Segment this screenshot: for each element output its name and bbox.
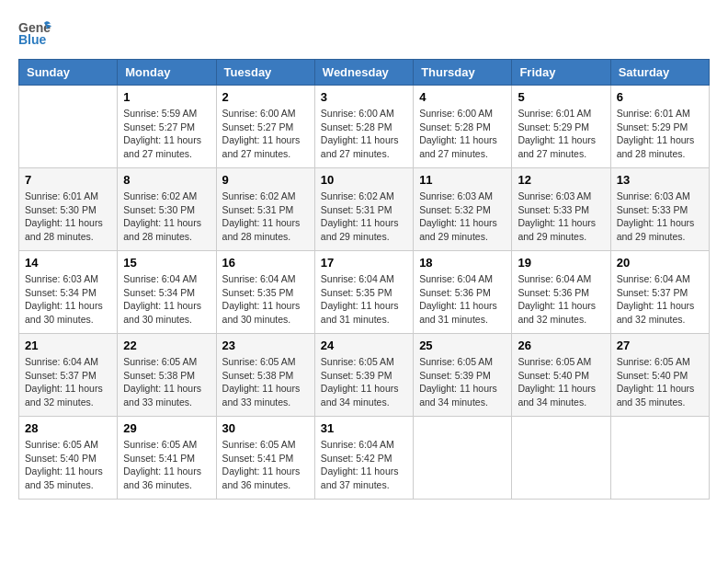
day-info: Sunrise: 6:05 AM Sunset: 5:39 PM Dayligh… bbox=[419, 355, 506, 409]
day-number: 7 bbox=[25, 173, 111, 187]
calendar-week-row: 1Sunrise: 5:59 AM Sunset: 5:27 PM Daylig… bbox=[19, 86, 710, 168]
day-info: Sunrise: 6:05 AM Sunset: 5:38 PM Dayligh… bbox=[222, 355, 309, 409]
calendar-cell: 30Sunrise: 6:05 AM Sunset: 5:41 PM Dayli… bbox=[216, 417, 314, 500]
calendar-cell: 2Sunrise: 6:00 AM Sunset: 5:27 PM Daylig… bbox=[216, 86, 314, 168]
day-info: Sunrise: 6:05 AM Sunset: 5:41 PM Dayligh… bbox=[222, 438, 309, 492]
day-info: Sunrise: 6:05 AM Sunset: 5:40 PM Dayligh… bbox=[25, 438, 111, 492]
page-header: General Blue bbox=[18, 18, 710, 50]
day-number: 22 bbox=[123, 339, 210, 352]
calendar-cell: 7Sunrise: 6:01 AM Sunset: 5:30 PM Daylig… bbox=[19, 168, 118, 251]
day-number: 10 bbox=[321, 173, 407, 187]
day-of-week-header: Saturday bbox=[610, 60, 709, 86]
day-info: Sunrise: 6:04 AM Sunset: 5:42 PM Dayligh… bbox=[321, 438, 407, 492]
day-of-week-header: Thursday bbox=[414, 60, 512, 86]
day-info: Sunrise: 6:04 AM Sunset: 5:37 PM Dayligh… bbox=[25, 355, 111, 409]
calendar-cell: 11Sunrise: 6:03 AM Sunset: 5:32 PM Dayli… bbox=[414, 168, 512, 251]
calendar-week-row: 28Sunrise: 6:05 AM Sunset: 5:40 PM Dayli… bbox=[19, 417, 710, 500]
day-number: 5 bbox=[518, 90, 604, 104]
calendar-cell: 26Sunrise: 6:05 AM Sunset: 5:40 PM Dayli… bbox=[512, 334, 610, 417]
calendar-cell: 31Sunrise: 6:04 AM Sunset: 5:42 PM Dayli… bbox=[314, 417, 413, 500]
day-number: 6 bbox=[617, 90, 703, 104]
calendar-cell bbox=[19, 86, 118, 168]
day-info: Sunrise: 6:00 AM Sunset: 5:28 PM Dayligh… bbox=[419, 107, 506, 161]
day-info: Sunrise: 6:02 AM Sunset: 5:31 PM Dayligh… bbox=[321, 190, 407, 244]
calendar-cell: 9Sunrise: 6:02 AM Sunset: 5:31 PM Daylig… bbox=[216, 168, 314, 251]
days-of-week-header: SundayMondayTuesdayWednesdayThursdayFrid… bbox=[19, 60, 710, 86]
day-info: Sunrise: 6:04 AM Sunset: 5:34 PM Dayligh… bbox=[123, 272, 210, 327]
calendar-cell: 13Sunrise: 6:03 AM Sunset: 5:33 PM Dayli… bbox=[610, 168, 709, 251]
calendar-cell bbox=[414, 417, 512, 500]
calendar-cell: 19Sunrise: 6:04 AM Sunset: 5:36 PM Dayli… bbox=[512, 251, 610, 334]
day-info: Sunrise: 6:05 AM Sunset: 5:38 PM Dayligh… bbox=[123, 355, 210, 409]
day-of-week-header: Sunday bbox=[19, 60, 118, 86]
day-of-week-header: Monday bbox=[118, 60, 216, 86]
day-number: 8 bbox=[123, 173, 210, 187]
day-info: Sunrise: 6:03 AM Sunset: 5:33 PM Dayligh… bbox=[518, 190, 604, 244]
day-number: 25 bbox=[419, 339, 506, 352]
day-info: Sunrise: 6:05 AM Sunset: 5:40 PM Dayligh… bbox=[518, 355, 604, 409]
calendar-cell: 15Sunrise: 6:04 AM Sunset: 5:34 PM Dayli… bbox=[118, 251, 216, 334]
calendar-cell: 24Sunrise: 6:05 AM Sunset: 5:39 PM Dayli… bbox=[314, 334, 413, 417]
day-number: 18 bbox=[419, 256, 506, 270]
calendar-cell: 27Sunrise: 6:05 AM Sunset: 5:40 PM Dayli… bbox=[610, 334, 709, 417]
day-number: 17 bbox=[321, 256, 407, 270]
day-number: 11 bbox=[419, 173, 506, 187]
day-number: 1 bbox=[123, 90, 210, 104]
calendar-cell: 25Sunrise: 6:05 AM Sunset: 5:39 PM Dayli… bbox=[414, 334, 512, 417]
day-info: Sunrise: 6:00 AM Sunset: 5:28 PM Dayligh… bbox=[321, 107, 407, 161]
calendar-cell: 17Sunrise: 6:04 AM Sunset: 5:35 PM Dayli… bbox=[314, 251, 413, 334]
day-of-week-header: Friday bbox=[512, 60, 610, 86]
day-number: 26 bbox=[518, 339, 604, 352]
calendar-cell: 1Sunrise: 5:59 AM Sunset: 5:27 PM Daylig… bbox=[118, 86, 216, 168]
calendar-cell: 16Sunrise: 6:04 AM Sunset: 5:35 PM Dayli… bbox=[216, 251, 314, 334]
day-info: Sunrise: 6:02 AM Sunset: 5:31 PM Dayligh… bbox=[222, 190, 309, 244]
day-info: Sunrise: 6:03 AM Sunset: 5:32 PM Dayligh… bbox=[419, 190, 506, 244]
calendar-cell bbox=[512, 417, 610, 500]
calendar-cell: 21Sunrise: 6:04 AM Sunset: 5:37 PM Dayli… bbox=[19, 334, 118, 417]
day-number: 30 bbox=[222, 421, 309, 435]
day-info: Sunrise: 6:01 AM Sunset: 5:30 PM Dayligh… bbox=[25, 190, 111, 244]
day-info: Sunrise: 6:02 AM Sunset: 5:30 PM Dayligh… bbox=[123, 190, 210, 244]
day-info: Sunrise: 6:04 AM Sunset: 5:36 PM Dayligh… bbox=[518, 272, 604, 327]
calendar-cell: 6Sunrise: 6:01 AM Sunset: 5:29 PM Daylig… bbox=[610, 86, 709, 168]
day-number: 31 bbox=[321, 421, 407, 435]
svg-text:Blue: Blue bbox=[18, 32, 47, 46]
day-info: Sunrise: 6:05 AM Sunset: 5:39 PM Dayligh… bbox=[321, 355, 407, 409]
day-info: Sunrise: 6:00 AM Sunset: 5:27 PM Dayligh… bbox=[222, 107, 309, 161]
day-info: Sunrise: 6:01 AM Sunset: 5:29 PM Dayligh… bbox=[617, 107, 703, 161]
day-info: Sunrise: 6:03 AM Sunset: 5:34 PM Dayligh… bbox=[25, 272, 111, 327]
logo: General Blue bbox=[18, 18, 51, 50]
day-number: 9 bbox=[222, 173, 309, 187]
day-of-week-header: Wednesday bbox=[314, 60, 413, 86]
day-number: 12 bbox=[518, 173, 604, 187]
day-number: 19 bbox=[518, 256, 604, 270]
day-number: 4 bbox=[419, 90, 506, 104]
calendar-cell: 20Sunrise: 6:04 AM Sunset: 5:37 PM Dayli… bbox=[610, 251, 709, 334]
day-info: Sunrise: 6:04 AM Sunset: 5:37 PM Dayligh… bbox=[617, 272, 703, 327]
calendar-cell: 12Sunrise: 6:03 AM Sunset: 5:33 PM Dayli… bbox=[512, 168, 610, 251]
day-number: 15 bbox=[123, 256, 210, 270]
day-info: Sunrise: 6:04 AM Sunset: 5:35 PM Dayligh… bbox=[222, 272, 309, 327]
calendar-cell: 4Sunrise: 6:00 AM Sunset: 5:28 PM Daylig… bbox=[414, 86, 512, 168]
day-info: Sunrise: 6:05 AM Sunset: 5:41 PM Dayligh… bbox=[123, 438, 210, 492]
day-number: 23 bbox=[222, 339, 309, 352]
day-of-week-header: Tuesday bbox=[216, 60, 314, 86]
calendar-cell: 3Sunrise: 6:00 AM Sunset: 5:28 PM Daylig… bbox=[314, 86, 413, 168]
day-info: Sunrise: 6:04 AM Sunset: 5:35 PM Dayligh… bbox=[321, 272, 407, 327]
calendar-week-row: 14Sunrise: 6:03 AM Sunset: 5:34 PM Dayli… bbox=[19, 251, 710, 334]
calendar-cell bbox=[610, 417, 709, 500]
day-info: Sunrise: 6:03 AM Sunset: 5:33 PM Dayligh… bbox=[617, 190, 703, 244]
day-number: 2 bbox=[222, 90, 309, 104]
day-number: 27 bbox=[617, 339, 703, 352]
calendar-week-row: 21Sunrise: 6:04 AM Sunset: 5:37 PM Dayli… bbox=[19, 334, 710, 417]
calendar-cell: 29Sunrise: 6:05 AM Sunset: 5:41 PM Dayli… bbox=[118, 417, 216, 500]
day-number: 14 bbox=[25, 256, 111, 270]
day-number: 16 bbox=[222, 256, 309, 270]
calendar-cell: 10Sunrise: 6:02 AM Sunset: 5:31 PM Dayli… bbox=[314, 168, 413, 251]
day-info: Sunrise: 6:01 AM Sunset: 5:29 PM Dayligh… bbox=[518, 107, 604, 161]
day-number: 28 bbox=[25, 421, 111, 435]
calendar-table: SundayMondayTuesdayWednesdayThursdayFrid… bbox=[18, 59, 710, 500]
calendar-cell: 28Sunrise: 6:05 AM Sunset: 5:40 PM Dayli… bbox=[19, 417, 118, 500]
calendar-cell: 14Sunrise: 6:03 AM Sunset: 5:34 PM Dayli… bbox=[19, 251, 118, 334]
day-number: 21 bbox=[25, 339, 111, 352]
